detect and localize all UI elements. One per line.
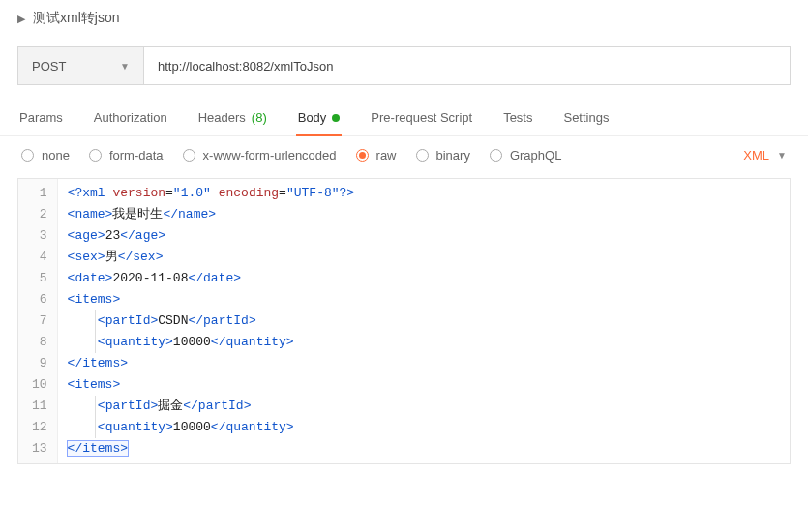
chevron-down-icon: ▼ <box>777 150 787 161</box>
tab-tests-label: Tests <box>503 110 532 125</box>
line-number: 7 <box>32 310 47 332</box>
body-type-xwww[interactable]: x-www-form-urlencoded <box>183 148 337 163</box>
tab-authorization[interactable]: Authorization <box>92 103 169 136</box>
code-line[interactable]: <quantity>10000</quantity> <box>68 332 355 353</box>
code-line[interactable]: <age>23</age> <box>68 225 355 247</box>
radio-icon <box>356 149 369 162</box>
radio-icon <box>89 149 102 162</box>
body-type-raw-label: raw <box>376 148 397 163</box>
tab-headers[interactable]: Headers (8) <box>196 103 269 136</box>
line-number: 11 <box>32 396 47 417</box>
tab-params-label: Params <box>19 110 63 125</box>
tab-authorization-label: Authorization <box>94 110 167 125</box>
tab-body[interactable]: Body <box>296 103 343 136</box>
line-number: 10 <box>32 374 47 396</box>
tab-prerequest-label: Pre-request Script <box>371 110 472 125</box>
code-line[interactable]: <?xml version="1.0" encoding="UTF-8"?> <box>68 183 355 204</box>
unsaved-dot-icon <box>332 114 340 122</box>
tab-settings-label: Settings <box>563 110 609 125</box>
line-number: 12 <box>32 417 47 438</box>
body-type-formdata[interactable]: form-data <box>89 148 164 163</box>
collapse-arrow-icon[interactable]: ▶ <box>17 13 25 25</box>
raw-language-select[interactable]: XML ▼ <box>743 148 787 163</box>
line-number: 9 <box>32 353 47 374</box>
code-line[interactable]: </items> <box>68 353 355 374</box>
request-tabs: Params Authorization Headers (8) Body Pr… <box>0 103 808 136</box>
body-type-none[interactable]: none <box>21 148 70 163</box>
code-line[interactable]: <partId>CSDN</partId> <box>68 310 355 332</box>
url-input[interactable] <box>143 46 791 85</box>
tab-headers-label: Headers <box>198 110 246 125</box>
request-row: POST ▼ <box>0 35 808 103</box>
body-type-none-label: none <box>42 148 70 163</box>
tab-settings[interactable]: Settings <box>561 103 611 136</box>
editor-gutter: 12345678910111213 <box>18 179 58 463</box>
chevron-down-icon: ▼ <box>120 61 130 72</box>
code-line[interactable]: <date>2020-11-08</date> <box>68 268 355 289</box>
code-line[interactable]: <items> <box>68 289 355 310</box>
body-type-graphql[interactable]: GraphQL <box>490 148 561 163</box>
body-type-graphql-label: GraphQL <box>510 148 561 163</box>
line-number: 4 <box>32 247 47 268</box>
body-type-binary[interactable]: binary <box>416 148 470 163</box>
code-line[interactable]: <sex>男</sex> <box>68 247 355 268</box>
tab-prerequest[interactable]: Pre-request Script <box>369 103 474 136</box>
body-type-row: none form-data x-www-form-urlencoded raw… <box>0 136 808 172</box>
radio-icon <box>183 149 195 162</box>
line-number: 8 <box>32 332 47 353</box>
http-method-select[interactable]: POST ▼ <box>17 46 143 85</box>
editor-code[interactable]: <?xml version="1.0" encoding="UTF-8"?><n… <box>58 179 365 463</box>
code-line[interactable]: </items> <box>68 438 355 459</box>
body-type-xwww-label: x-www-form-urlencoded <box>203 148 337 163</box>
code-line[interactable]: <partId>掘金</partId> <box>68 396 355 417</box>
line-number: 2 <box>32 204 47 225</box>
line-number: 5 <box>32 268 47 289</box>
body-type-raw[interactable]: raw <box>356 148 397 163</box>
code-line[interactable]: <items> <box>68 374 355 396</box>
line-number: 3 <box>32 225 47 247</box>
body-type-formdata-label: form-data <box>109 148 164 163</box>
tab-tests[interactable]: Tests <box>501 103 534 136</box>
code-line[interactable]: <quantity>10000</quantity> <box>68 417 355 438</box>
tab-body-label: Body <box>298 110 327 125</box>
request-title: 测试xml转json <box>33 10 119 27</box>
http-method-label: POST <box>32 59 66 74</box>
line-number: 13 <box>32 438 47 459</box>
raw-language-label: XML <box>743 148 769 163</box>
line-number: 6 <box>32 289 47 310</box>
radio-icon <box>416 149 429 162</box>
radio-icon <box>21 149 34 162</box>
tab-headers-count: (8) <box>252 110 267 125</box>
line-number: 1 <box>32 183 47 204</box>
body-type-binary-label: binary <box>436 148 470 163</box>
body-editor[interactable]: 12345678910111213 <?xml version="1.0" en… <box>17 178 791 464</box>
code-line[interactable]: <name>我是时生</name> <box>68 204 355 225</box>
radio-icon <box>490 149 502 162</box>
request-header: ▶ 测试xml转json <box>0 0 808 35</box>
tab-params[interactable]: Params <box>17 103 65 136</box>
